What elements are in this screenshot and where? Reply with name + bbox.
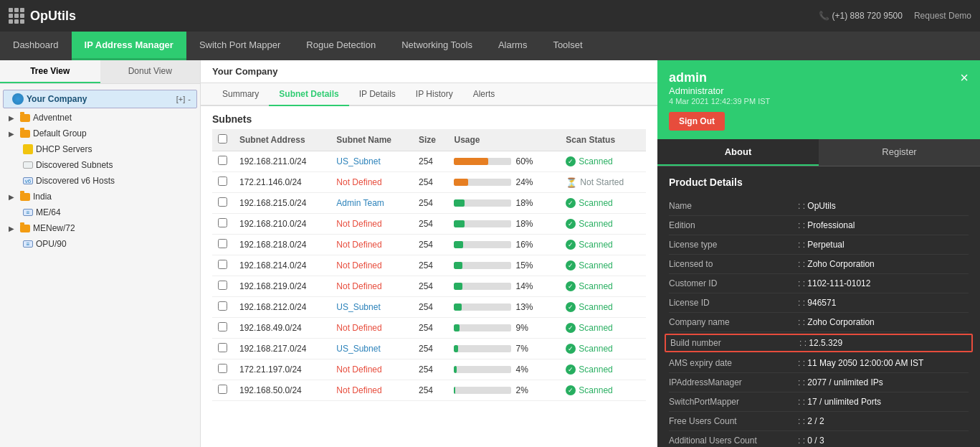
- tree-root-actions[interactable]: [+]-: [176, 95, 191, 103]
- row-checkbox[interactable]: [218, 239, 227, 248]
- check-circle-icon: ✓: [566, 302, 576, 312]
- tab-tree-view[interactable]: Tree View: [0, 60, 100, 83]
- bar-fill: [454, 179, 467, 186]
- about-field-value: : 2 / 2: [798, 416, 824, 426]
- check-circle-icon: ✓: [566, 260, 576, 270]
- subnet-name[interactable]: Not Defined: [330, 255, 413, 276]
- about-row: License ID: 946571: [669, 293, 969, 313]
- row-checkbox[interactable]: [218, 385, 227, 394]
- folder-icon-india: [20, 193, 30, 201]
- tab-donut-view[interactable]: Donut View: [100, 60, 201, 83]
- tree-item-adventnet[interactable]: ▶ Adventnet: [0, 110, 200, 126]
- row-checkbox[interactable]: [218, 364, 227, 373]
- row-checkbox[interactable]: [218, 322, 227, 331]
- status-label: Scanned: [579, 260, 612, 270]
- usage-pct: 18%: [515, 198, 533, 208]
- tab-subnet-details[interactable]: Subnet Details: [269, 83, 348, 106]
- col-subnet-name: Subnet Name: [330, 129, 413, 151]
- dhcp-icon: [23, 144, 33, 154]
- row-checkbox[interactable]: [218, 260, 227, 269]
- status-scanned: ✓ Scanned: [566, 198, 640, 208]
- nav-networking-tools[interactable]: Networking Tools: [389, 32, 485, 60]
- nav-rogue-detection[interactable]: Rogue Detection: [293, 32, 389, 60]
- subnet-name[interactable]: US_Subnet: [330, 339, 413, 359]
- select-all-checkbox[interactable]: [218, 134, 227, 143]
- tab-ip-details[interactable]: IP Details: [349, 83, 406, 106]
- nav-switch-port-mapper[interactable]: Switch Port Mapper: [186, 32, 293, 60]
- request-demo[interactable]: Request Demo: [914, 11, 971, 21]
- subnet-name-link[interactable]: US_Subnet: [336, 156, 380, 166]
- subnet-name-link[interactable]: US_Subnet: [336, 302, 380, 312]
- row-checkbox[interactable]: [218, 301, 227, 311]
- scan-status: ✓ Scanned: [560, 276, 646, 297]
- tab-about[interactable]: About: [657, 139, 819, 166]
- status-label: Scanned: [579, 385, 612, 395]
- about-fields-container: Name: OpUtilsEdition: ProfessionalLicens…: [669, 197, 969, 447]
- row-checkbox[interactable]: [218, 343, 227, 352]
- subnet-name[interactable]: Not Defined: [330, 359, 413, 380]
- subnet-name-link[interactable]: US_Subnet: [336, 344, 380, 354]
- tab-register[interactable]: Register: [819, 139, 980, 166]
- row-checkbox[interactable]: [218, 197, 227, 207]
- phone-icon: 📞: [819, 11, 829, 21]
- tree-item-discovered-v6[interactable]: v6 Discovered v6 Hosts: [0, 173, 200, 189]
- subnet-name[interactable]: Not Defined: [330, 380, 413, 401]
- subnet-usage: 2%: [448, 380, 560, 401]
- nav-alarms[interactable]: Alarms: [485, 32, 540, 60]
- subnet-name[interactable]: US_Subnet: [330, 297, 413, 318]
- status-not-started: ⏳ Not Started: [566, 177, 640, 188]
- about-user-header: admin Administrator 4 Mar 2021 12:42:39 …: [657, 60, 980, 139]
- subnet-name[interactable]: Not Defined: [330, 318, 413, 339]
- tree-label-discovered-v6: Discovered v6 Hosts: [36, 176, 115, 186]
- usage-bar: 15%: [454, 260, 554, 270]
- bar-bg: [454, 199, 511, 207]
- subnet-size: 254: [413, 214, 448, 235]
- about-row: Edition: Professional: [669, 216, 969, 235]
- tree-item-india[interactable]: ▶ India: [0, 189, 200, 204]
- user-info: admin Administrator 4 Mar 2021 12:42:39 …: [669, 70, 770, 131]
- subnet-name[interactable]: Not Defined: [330, 276, 413, 297]
- check-circle-icon: ✓: [566, 281, 576, 291]
- row-checkbox[interactable]: [218, 177, 227, 186]
- usage-pct: 9%: [515, 323, 528, 333]
- tree-item-opu90[interactable]: ≡ OPU/90: [0, 236, 200, 252]
- close-about-button[interactable]: ×: [960, 70, 969, 85]
- tree-item-dhcp-servers[interactable]: DHCP Servers: [0, 141, 200, 157]
- tree-item-me64[interactable]: ≡ ME/64: [0, 204, 200, 220]
- tab-ip-history[interactable]: IP History: [406, 83, 463, 106]
- nav-ip-address-manager[interactable]: IP Address Manager: [72, 32, 186, 60]
- row-checkbox[interactable]: [218, 156, 227, 165]
- row-checkbox[interactable]: [218, 281, 227, 290]
- tab-alerts[interactable]: Alerts: [463, 83, 505, 106]
- about-field-key: License type: [669, 240, 798, 250]
- subnet-usage: 18%: [448, 214, 560, 235]
- tree-item-default-group[interactable]: ▶ Default Group: [0, 126, 200, 141]
- tab-summary[interactable]: Summary: [212, 83, 269, 106]
- nav-toolset[interactable]: Toolset: [540, 32, 595, 60]
- row-checkbox[interactable]: [218, 218, 227, 227]
- col-usage: Usage: [448, 129, 560, 151]
- sign-out-button[interactable]: Sign Out: [669, 112, 725, 131]
- subnet-name-link[interactable]: Admin Team: [336, 198, 384, 208]
- tree-root-your-company[interactable]: Your Company [+]-: [3, 90, 197, 108]
- about-val-text: OpUtils: [807, 201, 835, 211]
- tree-item-discovered-subnets[interactable]: Discovered Subnets: [0, 157, 200, 173]
- tree-root-label: Your Company: [27, 94, 87, 104]
- subnet-name[interactable]: Admin Team: [330, 193, 413, 214]
- subnet-name[interactable]: Not Defined: [330, 235, 413, 255]
- status-label: Scanned: [579, 364, 612, 375]
- status-label: Not Started: [580, 177, 624, 187]
- subnet-name[interactable]: Not Defined: [330, 172, 413, 193]
- subnet-name[interactable]: Not Defined: [330, 214, 413, 235]
- subnet-name[interactable]: US_Subnet: [330, 151, 413, 172]
- about-row: Company name: Zoho Corporation: [669, 313, 969, 332]
- table-row: 192.168.210.0/24Not Defined254 18% ✓ Sca…: [212, 214, 646, 235]
- usage-bar: 18%: [454, 219, 554, 229]
- about-field-key: Edition: [669, 220, 798, 230]
- subnet-address: 172.21.146.0/24: [234, 172, 330, 193]
- subnet-address: 192.168.215.0/24: [234, 193, 330, 214]
- status-scanned: ✓ Scanned: [566, 281, 640, 291]
- nav-dashboard[interactable]: Dashboard: [0, 32, 72, 60]
- tree-item-menew72[interactable]: ▶ MENew/72: [0, 220, 200, 236]
- about-row: License type: Perpetual: [669, 235, 969, 255]
